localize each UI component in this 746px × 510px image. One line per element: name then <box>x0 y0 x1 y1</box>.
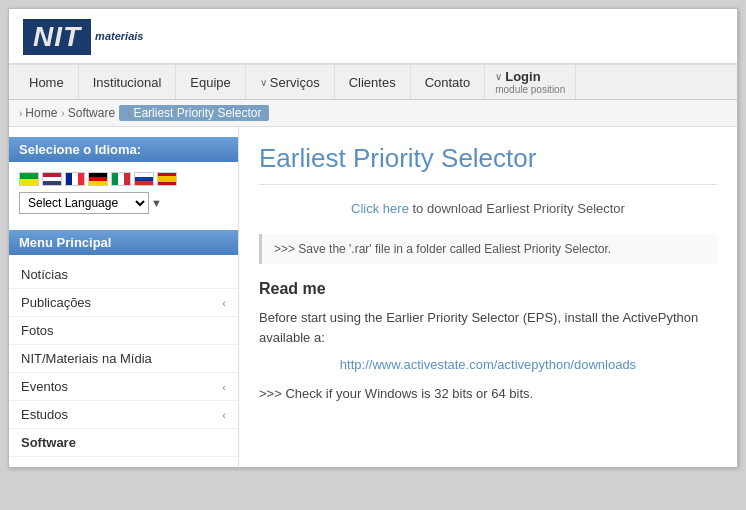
menu-nit-materiais[interactable]: NIT/Materiais na Mídia <box>9 345 238 373</box>
menu-noticias-label: Notícias <box>21 267 68 282</box>
menu-eventos-label: Eventos <box>21 379 68 394</box>
publicacoes-chevron-icon: ‹ <box>222 297 226 309</box>
nav-servicos[interactable]: ∨ Serviços <box>246 65 335 99</box>
menu-fotos[interactable]: Fotos <box>9 317 238 345</box>
logo: NIT materiais <box>23 19 723 55</box>
bc-arrow3-icon: › <box>127 108 130 119</box>
module-position-text: module position <box>495 84 565 95</box>
logo-box: NIT <box>23 19 91 55</box>
nav-servicos-label: Serviços <box>270 75 320 90</box>
content-area: Earliest Priority Selector Click here to… <box>239 127 737 417</box>
check-text: >>> Check if your Windows is 32 bits or … <box>259 386 717 401</box>
menu-noticias[interactable]: Notícias <box>9 261 238 289</box>
language-selector-wrapper: Select Language Português English França… <box>19 192 228 214</box>
menu-software-label: Software <box>21 435 76 450</box>
download-link-line: Click here to download Earliest Priority… <box>259 201 717 216</box>
nav-contato-label: Contato <box>425 75 471 90</box>
language-section: Select Language Português English França… <box>9 168 238 224</box>
header: NIT materiais <box>9 9 737 65</box>
flag-row <box>19 172 228 186</box>
menu-software[interactable]: Software <box>9 429 238 457</box>
download-link[interactable]: Click here <box>351 201 409 216</box>
logo-subtext: materiais <box>95 30 143 42</box>
breadcrumb-software-label: Software <box>68 106 115 120</box>
menu-section-title: Menu Principal <box>9 230 238 255</box>
breadcrumb-home-label: Home <box>25 106 57 120</box>
nav-equipe[interactable]: Equipe <box>176 65 245 99</box>
nav-clientes[interactable]: Clientes <box>335 65 411 99</box>
eventos-chevron-icon: ‹ <box>222 381 226 393</box>
language-select[interactable]: Select Language Português English França… <box>19 192 149 214</box>
nav-equipe-label: Equipe <box>190 75 230 90</box>
instruction-block: >>> Save the '.rar' file in a folder cal… <box>259 234 717 264</box>
read-me-title: Read me <box>259 280 717 298</box>
read-me-text: Before start using the Earlier Priority … <box>259 308 717 347</box>
breadcrumb-current: › Earliest Priority Selector <box>119 105 269 121</box>
nav-clientes-label: Clientes <box>349 75 396 90</box>
flag-russia[interactable] <box>134 172 154 186</box>
sidebar: Selecione o Idioma: Select Language Port… <box>9 127 239 467</box>
menu-estudos[interactable]: Estudos ‹ <box>9 401 238 429</box>
nav-contato[interactable]: Contato <box>411 65 486 99</box>
menu-publicacoes-label: Publicações <box>21 295 91 310</box>
menu-nit-materiais-label: NIT/Materiais na Mídia <box>21 351 152 366</box>
instruction-text: >>> Save the '.rar' file in a folder cal… <box>274 242 611 256</box>
main-layout: Selecione o Idioma: Select Language Port… <box>9 127 737 467</box>
bc-arrow2-icon: › <box>61 108 64 119</box>
select-arrow-icon: ▼ <box>151 197 162 209</box>
flag-spain[interactable] <box>157 172 177 186</box>
flag-us[interactable] <box>42 172 62 186</box>
menu-eventos[interactable]: Eventos ‹ <box>9 373 238 401</box>
logo-text: NIT <box>33 21 81 52</box>
breadcrumb-software[interactable]: › Software <box>61 106 115 120</box>
breadcrumb-current-label: Earliest Priority Selector <box>133 106 261 120</box>
menu-estudos-label: Estudos <box>21 407 68 422</box>
login-label: Login <box>505 69 540 84</box>
active-state-link[interactable]: http://www.activestate.com/activepython/… <box>259 357 717 372</box>
breadcrumb: › Home › Software › Earliest Priority Se… <box>9 100 737 127</box>
estudos-chevron-icon: ‹ <box>222 409 226 421</box>
nav-institucional[interactable]: Institucional <box>79 65 177 99</box>
flag-italy[interactable] <box>111 172 131 186</box>
nav-institucional-label: Institucional <box>93 75 162 90</box>
menu-fotos-label: Fotos <box>21 323 54 338</box>
menu-publicacoes[interactable]: Publicações ‹ <box>9 289 238 317</box>
page-title: Earliest Priority Selector <box>259 143 717 185</box>
servicos-arrow-icon: ∨ <box>260 77 267 88</box>
nav-home-label: Home <box>29 75 64 90</box>
breadcrumb-home[interactable]: › Home <box>19 106 57 120</box>
nav-bar: Home Institucional Equipe ∨ Serviços Cli… <box>9 65 737 100</box>
flag-france[interactable] <box>65 172 85 186</box>
language-section-title: Selecione o Idioma: <box>9 137 238 162</box>
nav-home[interactable]: Home <box>15 65 79 99</box>
flag-germany[interactable] <box>88 172 108 186</box>
menu-section: Menu Principal Notícias Publicações ‹ Fo… <box>9 230 238 457</box>
bc-arrow-icon: › <box>19 108 22 119</box>
download-link-rest: to download Earliest Priority Selector <box>409 201 625 216</box>
login-chevron-icon: ∨ <box>495 71 502 82</box>
flag-brazil[interactable] <box>19 172 39 186</box>
nav-login[interactable]: ∨ Login module position <box>485 65 576 99</box>
